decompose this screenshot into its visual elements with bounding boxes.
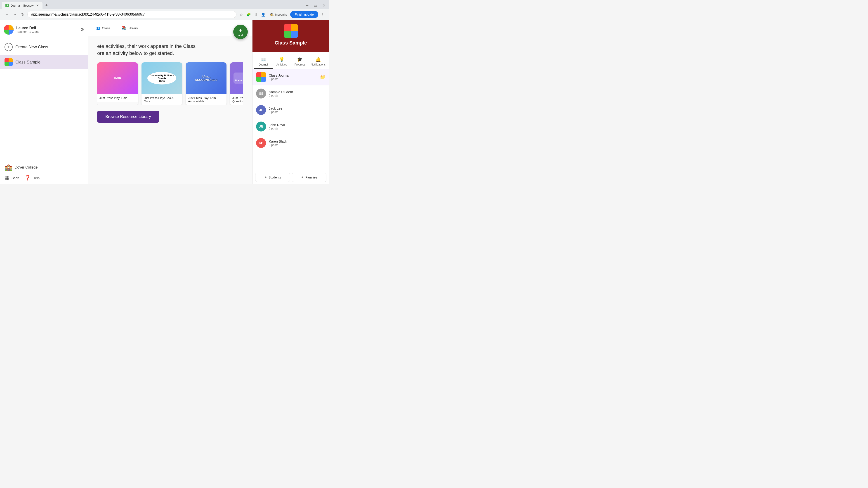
card-praise-title: Just Press Play: Praise-Question- bbox=[230, 94, 243, 105]
card-shoutouts-image: Community BuildersShout-Outs bbox=[142, 62, 182, 94]
student-name-3: Karen Black bbox=[269, 139, 326, 143]
scan-button[interactable]: ▦ Scan bbox=[4, 175, 19, 181]
add-students-button[interactable]: ＋ Students bbox=[255, 173, 290, 182]
right-tabs: 📖 Journal 💡 Activities 🎓 Progress 🔔 Noti… bbox=[252, 52, 329, 69]
finish-update-button[interactable]: Finish update bbox=[290, 11, 318, 18]
help-label: Help bbox=[33, 176, 39, 180]
tab-library[interactable]: 📚 Library bbox=[118, 24, 142, 32]
library-label: Library bbox=[128, 26, 138, 30]
incognito-indicator: 🕵️ Incognito bbox=[268, 12, 289, 17]
sidebar-footer: 🏫 Dover College ▦ Scan ❓ Help bbox=[0, 160, 88, 184]
student-entry-2[interactable]: JR John Revo 0 posts bbox=[252, 119, 329, 135]
browse-resource-library-button[interactable]: Browse Resource Library bbox=[97, 111, 159, 123]
student-avatar-0: SS bbox=[256, 89, 266, 98]
card-hair-image: HAIR bbox=[97, 62, 138, 94]
card-hair[interactable]: HAIR Just Press Play: Hair bbox=[97, 62, 138, 105]
student-info-2: John Revo 0 posts bbox=[269, 123, 326, 130]
tab-classes[interactable]: 👥 Class bbox=[93, 24, 114, 32]
school-icon: 🏫 bbox=[4, 164, 12, 171]
class-journal-entry[interactable]: Class Journal 0 posts 📁 bbox=[252, 69, 329, 86]
student-posts-2: 0 posts bbox=[269, 127, 326, 130]
journal-list: Class Journal 0 posts 📁 SS Sample Studen… bbox=[252, 69, 329, 170]
activities-tab-label: Activities bbox=[276, 63, 287, 66]
sidebar: Lauren Deli Teacher - 1 Class ⚙ + Create… bbox=[0, 20, 88, 184]
help-icon: ❓ bbox=[25, 175, 31, 181]
notifications-tab-label: Notifications bbox=[311, 63, 326, 66]
menu-button[interactable]: ⋮ bbox=[319, 11, 326, 18]
student-name-1: Jack Lee bbox=[269, 106, 326, 110]
help-button[interactable]: ❓ Help bbox=[25, 175, 39, 181]
forward-button[interactable]: → bbox=[12, 11, 18, 18]
scan-icon: ▦ bbox=[4, 175, 10, 181]
tab-progress[interactable]: 🎓 Progress bbox=[291, 55, 309, 69]
student-avatar-1: JL bbox=[256, 105, 266, 115]
main-content: 👥 Class 📚 Library ete activities, their … bbox=[88, 20, 252, 184]
settings-button[interactable]: ⚙ bbox=[80, 27, 84, 32]
tab-title: Journal - Seesaw bbox=[11, 4, 33, 7]
student-entry-0[interactable]: SS Sample Student 0 posts bbox=[252, 86, 329, 102]
card-shoutouts-title: Just Press Play: Shout-Outs bbox=[142, 94, 182, 105]
incognito-label: Incognito bbox=[275, 13, 287, 16]
journal-tab-label: Journal bbox=[259, 63, 268, 66]
new-tab-button[interactable]: + bbox=[43, 2, 50, 9]
close-button[interactable]: ✕ bbox=[321, 2, 327, 8]
tab-journal[interactable]: 📖 Journal bbox=[254, 55, 273, 69]
class-sample-label: Class Sample bbox=[16, 60, 40, 65]
journal-tab-icon: 📖 bbox=[260, 57, 266, 62]
tab-bar: S Journal - Seesaw ✕ + ─ ▭ ✕ bbox=[0, 0, 329, 9]
tab-activities[interactable]: 💡 Activities bbox=[273, 55, 291, 69]
student-posts-3: 0 posts bbox=[269, 143, 326, 147]
address-bar[interactable]: app.seesaw.me/#/class/class.ed0f0124-92d… bbox=[27, 11, 237, 18]
user-info: Lauren Deli Teacher - 1 Class bbox=[16, 26, 78, 33]
progress-tab-label: Progress bbox=[294, 63, 305, 66]
user-name: Lauren Deli bbox=[16, 26, 78, 30]
user-role: Teacher - 1 Class bbox=[16, 30, 78, 33]
class-avatar-icon bbox=[4, 58, 13, 66]
bookmark-button[interactable]: ☆ bbox=[238, 11, 244, 18]
student-info-0: Sample Student 0 posts bbox=[269, 90, 326, 97]
maximize-button[interactable]: ▭ bbox=[312, 2, 319, 8]
add-families-button[interactable]: ＋ Families bbox=[292, 173, 327, 182]
student-posts-1: 0 posts bbox=[269, 110, 326, 113]
class-journal-name: Class Journal bbox=[269, 73, 320, 77]
address-text: app.seesaw.me/#/class/class.ed0f0124-92d… bbox=[31, 12, 145, 17]
profile-button[interactable]: 👤 bbox=[260, 11, 267, 18]
main-header: 👥 Class 📚 Library bbox=[88, 20, 252, 36]
card-accountable[interactable]: I Am...ACCOUNTABLE Just Press Play: I Am… bbox=[186, 62, 226, 105]
class-journal-avatar bbox=[256, 72, 266, 82]
create-new-class-button[interactable]: + Create New Class bbox=[0, 39, 88, 55]
download-button[interactable]: ⬇ bbox=[253, 11, 259, 18]
card-accountable-title: Just Press Play: I Am Accountable bbox=[186, 94, 226, 105]
activities-tab-icon: 💡 bbox=[279, 57, 285, 62]
classes-label: Class bbox=[102, 26, 111, 30]
student-entry-3[interactable]: KB Karen Black 0 posts bbox=[252, 135, 329, 151]
minimize-button[interactable]: ─ bbox=[304, 2, 310, 8]
card-shoutouts[interactable]: Community BuildersShout-Outs Just Press … bbox=[142, 62, 182, 105]
notifications-tab-icon: 🔔 bbox=[315, 57, 321, 62]
extensions-button[interactable]: 🧩 bbox=[245, 11, 252, 18]
sidebar-actions: ▦ Scan ❓ Help bbox=[4, 175, 84, 181]
toolbar-icons: ☆ 🧩 ⬇ 👤 🕵️ Incognito Finish update ⋮ bbox=[238, 11, 326, 18]
plus-icon: + bbox=[4, 43, 13, 51]
app-container: Lauren Deli Teacher - 1 Class ⚙ + Create… bbox=[0, 20, 329, 184]
card-accountable-image: I Am...ACCOUNTABLE bbox=[186, 62, 226, 94]
reload-button[interactable]: ↻ bbox=[20, 11, 26, 18]
active-tab[interactable]: S Journal - Seesaw ✕ bbox=[2, 2, 42, 9]
browser-chrome: S Journal - Seesaw ✕ + ─ ▭ ✕ ← → ↻ app.s… bbox=[0, 0, 329, 20]
incognito-icon: 🕵️ bbox=[270, 13, 274, 16]
card-praise[interactable]: CollaborativeProtocolsPraise-Question-Su… bbox=[230, 62, 243, 105]
classes-icon: 👥 bbox=[96, 26, 101, 30]
class-sample-item[interactable]: Class Sample bbox=[0, 55, 88, 69]
create-new-class-label: Create New Class bbox=[16, 45, 48, 50]
tab-close-button[interactable]: ✕ bbox=[36, 4, 39, 7]
add-icon: + bbox=[239, 27, 242, 34]
welcome-text: ete activities, their work appears in th… bbox=[97, 43, 243, 57]
user-avatar bbox=[4, 25, 13, 35]
student-info-3: Karen Black 0 posts bbox=[269, 139, 326, 147]
student-entry-1[interactable]: JL Jack Lee 0 posts bbox=[252, 102, 329, 119]
tab-notifications[interactable]: 🔔 Notifications bbox=[309, 55, 327, 69]
add-fab-button[interactable]: + Add bbox=[233, 25, 248, 39]
back-button[interactable]: ← bbox=[4, 11, 10, 18]
library-icon: 📚 bbox=[121, 26, 126, 31]
student-posts-0: 0 posts bbox=[269, 94, 326, 97]
